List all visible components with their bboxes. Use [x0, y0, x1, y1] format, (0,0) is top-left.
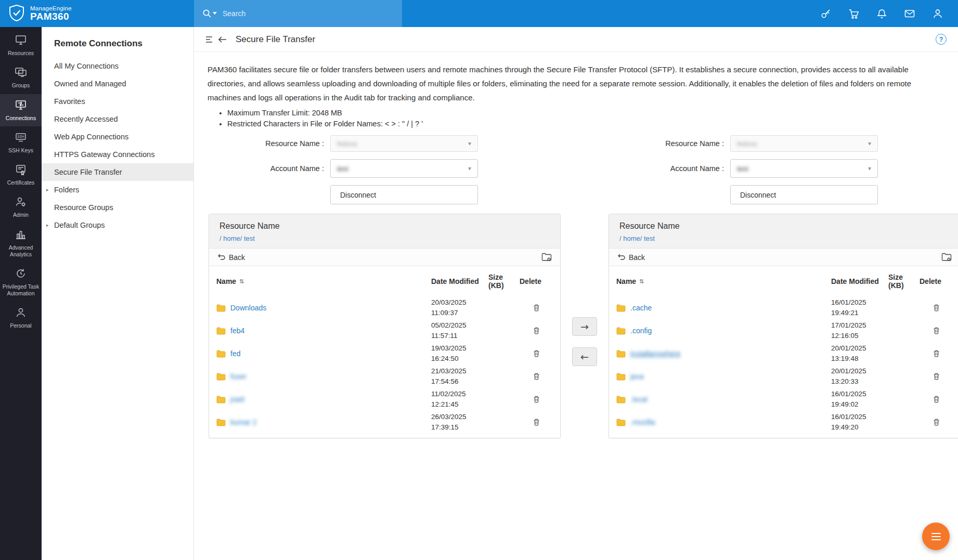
delete-icon[interactable] [920, 372, 953, 381]
column-name[interactable]: Name [616, 277, 636, 285]
cart-icon[interactable] [848, 8, 859, 19]
app-logo[interactable]: ManageEngine PAM360 [0, 4, 194, 23]
folder-link[interactable]: fed [230, 349, 240, 358]
mail-icon[interactable] [904, 8, 915, 19]
delete-icon[interactable] [520, 372, 553, 381]
folder-link[interactable]: .mozilla [630, 418, 655, 426]
column-date-modified: Date Modified [431, 277, 488, 285]
sidebar-item-secure-file-transfer[interactable]: Secure File Transfer [42, 163, 193, 181]
rail-item-certificates[interactable]: Certificates [0, 159, 42, 191]
delete-icon[interactable] [920, 418, 953, 426]
column-name[interactable]: Name [216, 277, 236, 285]
sidebar-item-owned-and-managed[interactable]: Owned and Managed [42, 75, 193, 93]
rail-item-admin[interactable]: Admin [0, 191, 42, 223]
rail-item-advanced-analytics[interactable]: Advanced Analytics [0, 224, 42, 263]
sidebar-item-https-gateway-connections[interactable]: HTTPS Gateway Connections [42, 146, 193, 163]
sidebar-item-folders[interactable]: ▸Folders [42, 181, 193, 199]
monitor-icon [15, 34, 27, 47]
delete-icon[interactable] [520, 327, 553, 335]
delete-icon[interactable] [920, 395, 953, 403]
transfer-left-button[interactable]: ← [572, 347, 597, 366]
folder-link[interactable]: kumar 2 [230, 418, 257, 426]
folder-link[interactable]: Downloads [230, 304, 266, 312]
transfer-right-button[interactable]: → [572, 317, 597, 336]
file-row: jraid 11/02/202512:21:45 [209, 388, 560, 411]
delete-icon[interactable] [520, 418, 553, 426]
person-icon [15, 307, 27, 320]
key-icon[interactable] [820, 8, 831, 19]
delete-icon[interactable] [920, 349, 953, 358]
right-back-button[interactable]: Back [617, 253, 645, 262]
file-row: fuser 21/03/202517:54:56 [209, 365, 560, 388]
folder-link[interactable]: .config [630, 327, 652, 335]
folder-icon [216, 419, 226, 426]
rail-label: Privileged Task Automation [2, 283, 40, 297]
page-content: PAM360 facilitates secure file or folder… [194, 52, 958, 560]
automation-icon [15, 268, 27, 281]
rail-item-resources[interactable]: Resources [0, 29, 42, 61]
folder-icon [616, 350, 626, 358]
delete-icon[interactable] [920, 327, 953, 335]
admin-icon [15, 196, 27, 209]
rail-item-ssh-keys[interactable]: SSH SSH Keys [0, 126, 42, 159]
left-disconnect-button[interactable]: Disconnect [330, 185, 478, 204]
left-current-path: / home/ test [219, 235, 550, 242]
folder-link[interactable]: java [630, 372, 644, 381]
resource-name-label: Resource Name : [609, 139, 730, 148]
folder-link[interactable]: .local [630, 395, 648, 403]
delete-icon[interactable] [920, 304, 953, 312]
rail-item-personal[interactable]: Personal [0, 302, 42, 334]
folder-settings-icon[interactable] [941, 253, 952, 262]
sidebar: Remote Connections All My Connections Ow… [42, 27, 194, 560]
chevron-down-icon: ▾ [868, 165, 871, 172]
delete-icon[interactable] [520, 349, 553, 358]
left-panel-header: Resource Name / home/ test [209, 214, 560, 249]
user-icon[interactable] [932, 8, 943, 19]
search-input[interactable] [222, 9, 394, 18]
chevron-down-icon: ▾ [468, 165, 471, 172]
collapse-menu-icon[interactable] [205, 35, 227, 44]
right-panel-toolbar: Back [609, 249, 958, 266]
file-row: installanywhere 20/01/202513:19:48 [609, 342, 958, 365]
brand-text: ManageEngine PAM360 [30, 5, 72, 22]
sidebar-item-web-app-connections[interactable]: Web App Connections [42, 128, 193, 146]
folder-link[interactable]: fuser [230, 372, 247, 381]
left-resource-select[interactable]: fedora ▾ [330, 135, 478, 152]
folder-link[interactable]: feb4 [230, 327, 244, 335]
rail-item-groups[interactable]: Groups [0, 61, 42, 94]
caret-right-icon[interactable]: ▸ [46, 223, 49, 228]
rail-label: Resources [8, 50, 34, 57]
sidebar-item-resource-groups[interactable]: Resource Groups [42, 199, 193, 216]
rail-item-privileged-task-automation[interactable]: Privileged Task Automation [0, 263, 42, 302]
delete-icon[interactable] [520, 395, 553, 403]
sidebar-item-all-my-connections[interactable]: All My Connections [42, 57, 193, 75]
left-back-button[interactable]: Back [217, 253, 245, 262]
folder-settings-icon[interactable] [541, 253, 552, 262]
right-connection-form: Resource Name : fedora ▾ Account Name : … [609, 135, 958, 204]
rail-item-connections[interactable]: Connections [0, 94, 42, 126]
delete-icon[interactable] [520, 304, 553, 312]
sort-icon[interactable]: ⇅ [239, 278, 244, 285]
folder-link[interactable]: jraid [230, 395, 244, 403]
quick-actions-fab[interactable] [922, 523, 950, 550]
svg-text:SSH: SSH [17, 135, 24, 138]
left-account-select[interactable]: test ▾ [330, 159, 478, 178]
global-search[interactable] [194, 0, 402, 27]
file-row: Downloads 20/03/202511:09:37 [209, 296, 560, 319]
sort-icon[interactable]: ⇅ [639, 278, 644, 285]
right-file-table: Name⇅ Date Modified Size (KB) Delete .ca… [609, 266, 958, 438]
bell-icon[interactable] [876, 8, 887, 19]
help-icon[interactable]: ? [936, 34, 947, 45]
sidebar-item-recently-accessed[interactable]: Recently Accessed [42, 110, 193, 128]
sidebar-item-favorites[interactable]: Favorites [42, 93, 193, 110]
rail-label: Personal [10, 322, 31, 329]
right-disconnect-button[interactable]: Disconnect [730, 185, 878, 204]
folder-icon [616, 373, 626, 381]
sidebar-item-default-groups[interactable]: ▸Default Groups [42, 216, 193, 234]
folder-link[interactable]: .cache [630, 304, 652, 312]
right-resource-select[interactable]: fedora ▾ [730, 135, 878, 152]
caret-right-icon[interactable]: ▸ [46, 187, 49, 192]
right-account-select[interactable]: test ▾ [730, 159, 878, 178]
folder-link[interactable]: installanywhere [630, 349, 681, 358]
back-icon [217, 254, 226, 261]
